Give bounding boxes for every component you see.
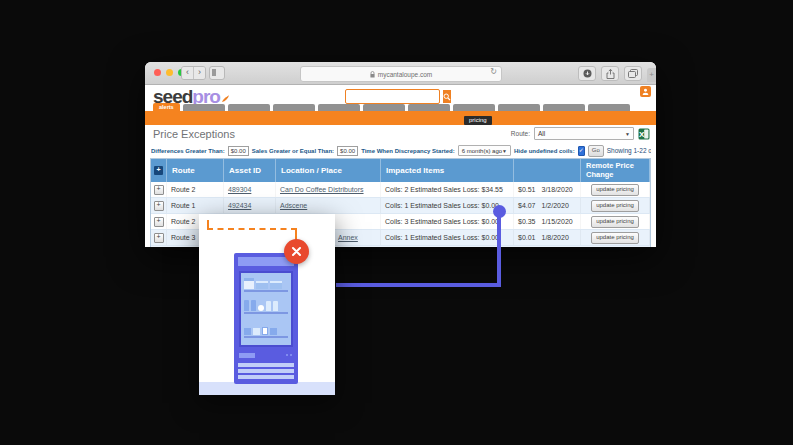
route-select[interactable]: All ▼ [534,127,634,140]
sidebar-icon[interactable] [209,66,225,80]
machine-vend-slot [239,350,293,360]
update-pricing-button[interactable]: update pricing [591,232,639,244]
col-remote-price-change: Remote Price Change [581,159,650,182]
downloads-icon[interactable] [578,66,596,81]
hide-coils-checkbox[interactable]: ✓ [578,146,585,156]
filter-row: Differences Greater Than: $ 0.00 Sales G… [151,144,651,157]
price-value: $0.51 [518,182,536,197]
vending-machine-card [199,214,335,395]
price-value: $0.35 [518,214,536,229]
new-tab-button[interactable]: + [647,68,656,82]
route-filter: Route: All ▼ X [511,127,650,140]
date-value: 1/8/2020 [542,230,569,245]
route-select-value: All [538,130,545,137]
action-cell: update pricing [581,230,650,245]
tab-placeholder[interactable] [183,104,225,111]
col-location: Location / Place [276,159,381,182]
table-row[interactable]: + Route 2 489304 Can Do Coffee Distribut… [151,182,650,198]
nav-buttons: ‹ › [181,66,206,80]
tab-placeholder[interactable] [408,104,450,111]
price-value: $4.07 [518,198,536,213]
table-header-row: + Route Asset ID Location / Place Impact… [151,159,650,182]
minimize-window-button[interactable] [166,69,173,76]
global-search [345,89,440,104]
connector-line-horizontal [336,283,501,287]
location-link[interactable]: Can Do Coffee Distributors [280,186,364,193]
update-pricing-button[interactable]: update pricing [591,200,639,212]
location-link[interactable]: Annex [338,234,358,241]
placeholder-tabs [183,104,630,111]
impacted-items-cell: Coils: 1 Estimated Sales Loss: $0.00 [381,230,514,245]
browser-titlebar: ‹ › mycantaloupe.com ↻ + [145,62,656,85]
tab-placeholder[interactable] [453,104,495,111]
tab-placeholder[interactable] [363,104,405,111]
url-text: mycantaloupe.com [378,71,433,78]
asset-id-link[interactable]: 489304 [228,186,251,193]
toolbar-icons [578,66,642,81]
tab-placeholder[interactable] [543,104,585,111]
expand-all-button[interactable]: + [154,166,163,175]
vending-machine-illustration [234,253,298,384]
shelf-row [244,323,288,338]
expand-cell: + [151,214,167,229]
excel-export-icon[interactable]: X [638,128,650,140]
nav-tabs: alerts [153,103,652,111]
stage: ‹ › mycantaloupe.com ↻ + [0,0,793,445]
action-cell: update pricing [581,198,650,213]
update-pricing-button[interactable]: update pricing [591,184,639,196]
action-cell: update pricing [581,182,650,197]
expand-row-button[interactable]: + [154,201,164,211]
price-date-cell: $0.513/18/2020 [514,182,581,197]
close-icon [291,246,302,257]
impacted-items-cell: Coils: 3 Estimated Sales Loss: $0.00 [381,214,514,229]
time-label: Time When Discrepancy Started: [361,148,455,154]
leaf-icon [221,94,230,103]
go-button[interactable]: Go [588,145,604,157]
results-count: Showing 1-22 of 22 [607,147,651,154]
asset-id-link[interactable]: 492434 [228,202,251,209]
pricing-tooltip[interactable]: pricing [464,116,492,125]
user-account-button[interactable] [640,86,651,97]
sales-input[interactable]: $ 0.00 [337,146,358,156]
share-icon[interactable] [601,66,619,81]
reload-icon[interactable]: ↻ [490,67,497,76]
col-price-date [514,159,581,182]
search-button[interactable] [443,90,451,103]
expand-row-button[interactable]: + [154,185,164,195]
dashed-annotation [207,228,297,230]
location-link[interactable]: Adscene [280,202,307,209]
expand-row-button[interactable]: + [154,233,164,243]
col-route: Route [167,159,224,182]
machine-glass-door [239,271,293,347]
sales-label: Sales Greater or Equal Than: [252,148,334,154]
back-button[interactable]: ‹ [182,67,193,79]
update-pricing-button[interactable]: update pricing [591,216,639,228]
chevron-down-icon: ▼ [625,131,630,137]
action-cell: update pricing [581,214,650,229]
close-button[interactable] [284,239,309,264]
search-input[interactable] [346,90,443,103]
expand-cell: + [151,230,167,245]
lock-icon [370,71,375,78]
search-icon [443,93,451,101]
tabs-icon[interactable] [624,66,642,81]
tab-placeholder[interactable] [318,104,360,111]
expand-row-button[interactable]: + [154,217,164,227]
tab-placeholder[interactable] [588,104,630,111]
differences-input[interactable]: $ 0.00 [228,146,249,156]
differences-value: 0.00 [234,148,246,154]
tab-placeholder[interactable] [228,104,270,111]
route-filter-label: Route: [511,130,530,137]
hide-coils-label: Hide undefined coils: [514,148,575,154]
page-head: Price Exceptions Route: All ▼ X [145,127,656,143]
tab-placeholder[interactable] [273,104,315,111]
route-cell: Route 2 [167,182,224,197]
close-window-button[interactable] [154,69,161,76]
forward-button[interactable]: › [193,67,205,79]
tab-placeholder[interactable] [498,104,540,111]
address-bar[interactable]: mycantaloupe.com ↻ [300,66,502,82]
tab-alerts[interactable]: alerts [153,103,180,111]
time-select[interactable]: 6 month(s) ago ▼ [458,145,511,156]
table-row[interactable]: + Route 1 492434 Adscene Coils: 1 Estima… [151,198,650,214]
location-cell: Adscene [276,198,381,213]
